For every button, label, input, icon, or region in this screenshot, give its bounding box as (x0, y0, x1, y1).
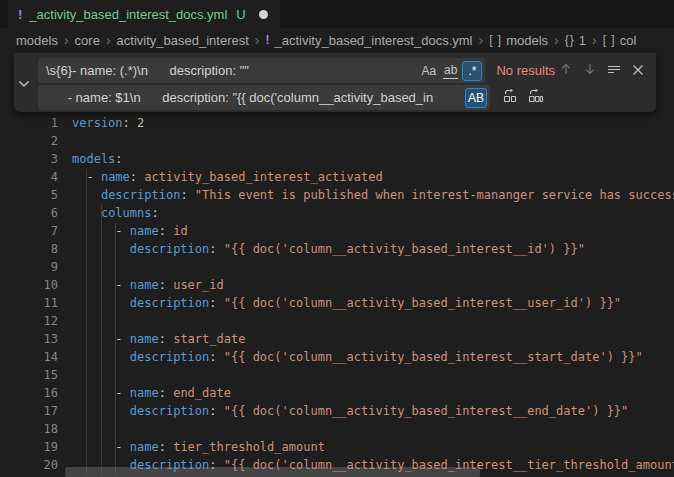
code-text: description: "{{ doc('column__activity_b… (72, 348, 643, 366)
line-number[interactable]: 16 (0, 384, 58, 402)
line-number[interactable]: 20 (0, 456, 58, 474)
line-number[interactable]: 1 (0, 114, 58, 132)
breadcrumb-label: core (75, 33, 100, 48)
breadcrumb-item-1[interactable]: {}1 (565, 33, 586, 48)
code-text: - name: start_date (72, 330, 245, 348)
line-number[interactable]: 4 (0, 168, 58, 186)
line-number[interactable]: 12 (0, 312, 58, 330)
line-number[interactable]: 8 (0, 240, 58, 258)
line-number[interactable]: 11 (0, 294, 58, 312)
breadcrumb-separator-icon: › (590, 32, 599, 48)
code-line[interactable]: 3models: (0, 150, 674, 168)
breadcrumb-item-models[interactable]: models (16, 33, 58, 48)
preserve-case-toggle[interactable]: AB (465, 88, 487, 108)
line-number[interactable]: 19 (0, 438, 58, 456)
code-text: - name: tier_threshold_amount (72, 438, 325, 456)
code-line[interactable]: 10 - name: user_id (0, 276, 674, 294)
array-symbol-icon: [ ] (603, 33, 616, 47)
find-replace-widget: \s{6}- name: (.*)\n description: "" Aa a… (14, 53, 656, 112)
code-text: description: "{{ doc('column__activity_b… (72, 294, 621, 312)
find-input[interactable]: \s{6}- name: (.*)\n description: "" Aa a… (38, 58, 485, 83)
tab-bar: ! _activity_based_interest_docs.yml U (0, 0, 674, 28)
line-number[interactable]: 10 (0, 276, 58, 294)
code-text: description: "{{ doc('column__activity_b… (72, 402, 628, 420)
breadcrumb-label: activity_based_interest (117, 33, 249, 48)
code-text: version: 2 (72, 114, 144, 132)
yaml-symbol-icon: ! (265, 33, 270, 47)
breadcrumb: models›core›activity_based_interest›!_ac… (0, 28, 674, 52)
toggle-replace-button[interactable] (14, 53, 34, 112)
breadcrumb-item-col[interactable]: [ ]col (603, 33, 637, 48)
line-number[interactable]: 14 (0, 348, 58, 366)
line-number[interactable]: 5 (0, 186, 58, 204)
breadcrumb-item--activity-based-interest-docs-yml[interactable]: !_activity_based_interest_docs.yml (265, 33, 472, 48)
breadcrumb-label: models (16, 33, 58, 48)
find-in-selection-button[interactable] (603, 60, 624, 81)
match-case-toggle[interactable]: Aa (418, 61, 439, 81)
code-line[interactable]: 19 - name: tier_threshold_amount (0, 438, 674, 456)
modified-dot-icon[interactable] (259, 10, 268, 19)
code-line[interactable]: 5 description: "This event is published … (0, 186, 674, 204)
tab-file-name: _activity_based_interest_docs.yml (29, 7, 227, 22)
find-results-status: No results (496, 63, 555, 78)
code-line[interactable]: 4 - name: activity_based_interest_activa… (0, 168, 674, 186)
chevron-down-icon (18, 74, 30, 92)
code-line[interactable]: 18 (0, 420, 674, 438)
close-icon (632, 62, 644, 80)
breadcrumb-separator-icon: › (104, 32, 113, 48)
code-line[interactable]: 17 description: "{{ doc('column__activit… (0, 402, 674, 420)
code-text: columns: (72, 204, 159, 222)
code-text: - name: id (72, 222, 188, 240)
code-line[interactable]: 14 description: "{{ doc('column__activit… (0, 348, 674, 366)
code-line[interactable]: 12 (0, 312, 674, 330)
code-line[interactable]: 11 description: "{{ doc('column__activit… (0, 294, 674, 312)
previous-match-button[interactable] (555, 60, 576, 81)
replace-icon (502, 88, 518, 108)
horizontal-scrollbar-thumb[interactable] (65, 467, 480, 477)
code-line[interactable]: 15 (0, 366, 674, 384)
code-line[interactable]: 13 - name: start_date (0, 330, 674, 348)
line-number[interactable]: 3 (0, 150, 58, 168)
line-number[interactable]: 17 (0, 402, 58, 420)
breadcrumb-item-models[interactable]: [ ]models (489, 33, 548, 48)
breadcrumb-item-core[interactable]: core (75, 33, 100, 48)
arrow-up-icon (559, 62, 573, 80)
replace-button[interactable] (499, 87, 520, 108)
object-symbol-icon: {} (565, 33, 575, 47)
code-line[interactable]: 6 columns: (0, 204, 674, 222)
regex-toggle[interactable]: .* (462, 61, 482, 81)
replace-all-icon (528, 88, 544, 108)
code-text: - name: user_id (72, 276, 224, 294)
line-number[interactable]: 9 (0, 258, 58, 276)
line-number[interactable]: 15 (0, 366, 58, 384)
line-number[interactable]: 2 (0, 132, 58, 150)
code-line[interactable]: 16 - name: end_date (0, 384, 674, 402)
editor-content[interactable]: 1version: 223models:4 - name: activity_b… (0, 114, 674, 474)
line-number[interactable]: 13 (0, 330, 58, 348)
breadcrumb-item-activity-based-interest[interactable]: activity_based_interest (117, 33, 249, 48)
arrow-down-icon (583, 62, 597, 80)
next-match-button[interactable] (579, 60, 600, 81)
tab-activity-based-interest-docs[interactable]: ! _activity_based_interest_docs.yml U (8, 0, 280, 28)
code-text: models: (72, 150, 123, 168)
code-line[interactable]: 8 description: "{{ doc('column__activity… (0, 240, 674, 258)
close-find-button[interactable] (627, 60, 648, 81)
replace-input[interactable]: - name: $1\n description: "{{ doc('colum… (38, 85, 490, 110)
vscode-window: ! _activity_based_interest_docs.yml U mo… (0, 0, 674, 477)
line-number[interactable]: 6 (0, 204, 58, 222)
code-line[interactable]: 9 (0, 258, 674, 276)
line-number[interactable]: 18 (0, 420, 58, 438)
yaml-file-icon: ! (18, 7, 22, 22)
code-line[interactable]: 2 (0, 132, 674, 150)
breadcrumb-label: models (506, 33, 548, 48)
line-number[interactable]: 7 (0, 222, 58, 240)
code-line[interactable]: 7 - name: id (0, 222, 674, 240)
breadcrumb-separator-icon: › (62, 32, 71, 48)
array-symbol-icon: [ ] (489, 33, 502, 47)
replace-all-button[interactable] (525, 87, 546, 108)
breadcrumb-label: col (620, 33, 637, 48)
code-line[interactable]: 1version: 2 (0, 114, 674, 132)
breadcrumb-separator-icon: › (253, 32, 262, 48)
breadcrumb-label: _activity_based_interest_docs.yml (274, 33, 472, 48)
whole-word-toggle[interactable]: ab (440, 61, 461, 81)
